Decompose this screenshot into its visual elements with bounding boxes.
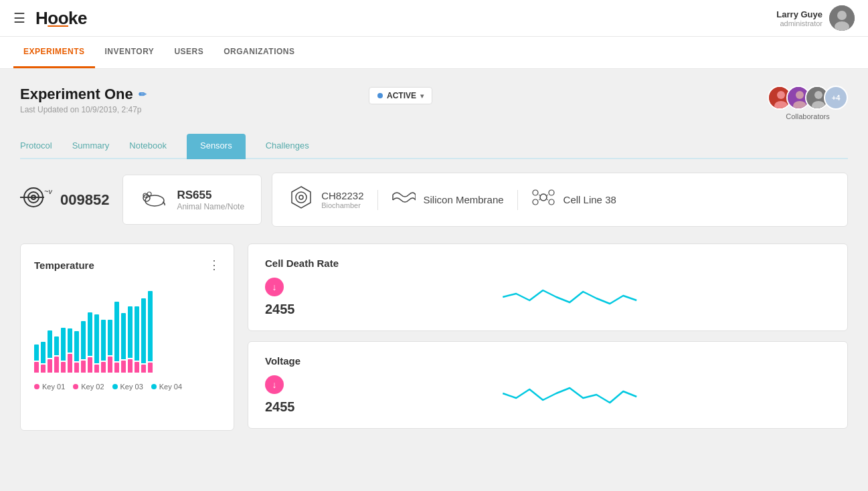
bar-group (88, 312, 92, 373)
status-arrow-icon: ▾ (420, 92, 424, 100)
tab-sensors[interactable]: Sensors (187, 134, 246, 159)
voltage-trend-icon: ↓ (265, 375, 284, 394)
bar-group (121, 313, 126, 373)
voltage-title: Voltage (265, 355, 831, 367)
svg-point-4 (777, 91, 785, 99)
nav-inventory[interactable]: INVENTORY (95, 37, 165, 68)
experiment-subtitle: Last Updated on 10/9/2019, 2:47p (20, 105, 355, 114)
bar-chart (34, 282, 220, 376)
logo: Hooke (35, 8, 87, 29)
cell-death-value: 2455 (265, 302, 295, 317)
legend-dot-key04 (151, 384, 157, 389)
sensor-id-block: ~v 009852 (20, 185, 122, 215)
animal-label: Animal Name/Note (177, 202, 244, 211)
bar-group (135, 306, 139, 373)
user-area: Larry Guye administrator (776, 5, 855, 31)
biochamber-name: CH82232 (321, 190, 363, 201)
avatar[interactable] (829, 5, 855, 31)
membrane-item: Silicon Membrane (392, 188, 504, 211)
bar-group (34, 345, 39, 373)
biochamber-item: CH82232 Biochamber (289, 185, 363, 214)
chart-title: Temperature (34, 260, 94, 271)
nav-experiments[interactable]: EXPERIMENTS (13, 37, 95, 68)
svg-point-23 (296, 192, 307, 203)
bar-pink (48, 359, 52, 373)
bar-group (114, 302, 119, 373)
user-name: Larry Guye (776, 9, 822, 19)
bar-cyan (81, 321, 86, 359)
nav-organizations[interactable]: ORGANIZATIONS (213, 37, 305, 68)
bar-pink (34, 362, 39, 373)
tabs: Protocol Summary Notebook Sensors Challe… (20, 134, 848, 159)
biochamber-icon (289, 185, 313, 214)
tab-protocol[interactable]: Protocol (20, 134, 52, 159)
status-dot (377, 93, 383, 98)
voltage-value: 2455 (265, 399, 295, 415)
cell-line-item: Cell Line 38 (531, 187, 616, 212)
bar-cyan (114, 302, 119, 361)
cell-death-rate-body: ↓ 2455 (265, 277, 831, 317)
svg-point-31 (549, 199, 554, 205)
animal-name: RS655 (177, 189, 244, 202)
status-badge[interactable]: ACTIVE ▾ (369, 87, 432, 104)
collab-plus-text: +4 (832, 94, 841, 102)
bar-group (68, 328, 72, 373)
bar-cyan (54, 336, 59, 355)
content-area: Experiment One ✏ Last Updated on 10/9/20… (0, 69, 868, 448)
voltage-body: ↓ 2455 (265, 375, 831, 415)
legend-key02: Key 02 (73, 383, 104, 391)
edit-icon[interactable]: ✏ (139, 89, 147, 100)
legend-key04-label: Key 04 (159, 383, 182, 391)
bar-cyan (101, 320, 106, 361)
tab-challenges[interactable]: Challenges (266, 134, 309, 159)
bar-group (41, 342, 46, 373)
svg-marker-22 (292, 187, 311, 208)
collaborator-avatars: +4 (768, 86, 848, 110)
experiment-title: Experiment One ✏ (20, 86, 355, 103)
bar-group (128, 306, 133, 373)
bar-pink (148, 363, 153, 373)
svg-point-7 (796, 91, 804, 99)
svg-point-24 (299, 195, 303, 199)
animal-info: RS655 Animal Name/Note (177, 189, 244, 211)
legend-dot-key03 (112, 384, 118, 389)
bar-pink (141, 365, 146, 373)
bar-pink (108, 357, 112, 373)
membrane-name: Silicon Membrane (424, 194, 504, 205)
voltage-value-block: ↓ 2455 (265, 375, 295, 415)
bar-group (54, 336, 59, 373)
animal-icon (140, 187, 167, 212)
hamburger-icon[interactable]: ☰ (13, 10, 25, 26)
temperature-chart-card: Temperature ⋮ Key 01 Key 02 Key 03 (20, 243, 234, 431)
tab-notebook[interactable]: Notebook (129, 134, 167, 159)
bar-group (108, 320, 112, 373)
svg-point-1 (837, 11, 847, 20)
nav-users[interactable]: USERS (164, 37, 213, 68)
bio-divider-2 (517, 190, 518, 210)
bar-group (74, 331, 79, 373)
collab-avatar-plus: +4 (824, 86, 848, 110)
bar-cyan (61, 328, 66, 361)
bar-pink (74, 363, 79, 373)
bar-cyan (88, 312, 92, 356)
bar-group (81, 321, 86, 373)
legend-dot-key01 (34, 384, 39, 389)
user-info: Larry Guye administrator (776, 9, 822, 27)
tab-summary[interactable]: Summary (72, 134, 110, 159)
bar-pink (88, 357, 92, 373)
biochamber-info: CH82232 Biochamber (321, 190, 363, 209)
experiment-header: Experiment One ✏ Last Updated on 10/9/20… (20, 86, 848, 120)
legend-key03-label: Key 03 (120, 383, 143, 391)
bar-group (61, 328, 66, 373)
chart-menu-icon[interactable]: ⋮ (208, 258, 220, 272)
bar-group (148, 291, 153, 373)
legend-dot-key02 (73, 384, 78, 389)
bar-group (141, 298, 146, 373)
bar-pink (101, 362, 106, 373)
svg-point-21 (146, 197, 147, 198)
bar-cyan (41, 342, 46, 363)
cell-death-rate-title: Cell Death Rate (265, 258, 831, 269)
bar-cyan (135, 306, 139, 361)
animal-sensor-card: RS655 Animal Name/Note (122, 175, 262, 225)
bar-cyan (121, 313, 126, 359)
